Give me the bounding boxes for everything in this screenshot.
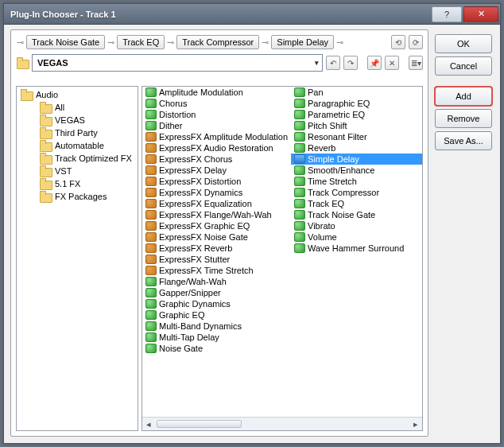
plugin-item[interactable]: Graphic Dynamics — [142, 298, 291, 309]
plugin-item[interactable]: ExpressFX Time Stretch — [142, 265, 291, 276]
plugin-label: Multi-Tap Delay — [159, 332, 219, 342]
plugin-item[interactable]: Wave Hammer Surround — [291, 243, 422, 254]
plugin-item[interactable]: Parametric EQ — [291, 109, 422, 120]
plugin-item[interactable]: Paragraphic EQ — [291, 98, 422, 109]
folder-icon — [39, 178, 52, 189]
plugin-chain: ⊸ Track Noise Gate ⊸ Track EQ ⊸ Track Co… — [16, 35, 388, 49]
tree-item[interactable]: VEGAS — [17, 114, 138, 126]
plugin-column: Amplitude ModulationChorusDistortionDith… — [142, 87, 291, 417]
plugin-icon — [145, 165, 157, 175]
scroll-right-icon[interactable]: ▸ — [409, 419, 422, 430]
plugin-icon — [145, 99, 157, 108]
tree-root[interactable]: Audio — [17, 88, 138, 101]
plugin-item[interactable]: Resonant Filter — [291, 131, 422, 142]
category-tree[interactable]: Audio AllVEGASThird PartyAutomatableTrac… — [16, 86, 138, 431]
plugin-list[interactable]: Amplitude ModulationChorusDistortionDith… — [142, 86, 423, 431]
delete-icon[interactable]: ✕ — [385, 56, 399, 70]
plugin-label: Resonant Filter — [308, 132, 367, 142]
plugin-item[interactable]: ExpressFX Stutter — [142, 254, 291, 265]
plugin-item[interactable]: Reverb — [291, 142, 422, 154]
tree-item[interactable]: Track Optimized FX — [17, 152, 138, 165]
tree-item[interactable]: All — [17, 101, 138, 114]
plugin-item[interactable]: Pan — [291, 87, 422, 98]
category-combo[interactable]: VEGAS — [32, 54, 323, 72]
plugin-item[interactable]: Track Compressor — [291, 187, 422, 198]
help-icon[interactable]: ? — [432, 6, 462, 22]
plugin-item[interactable]: Vibrato — [291, 220, 422, 231]
cancel-button[interactable]: Cancel — [435, 56, 492, 76]
plugin-item[interactable]: Graphic EQ — [142, 309, 291, 321]
plugin-label: ExpressFX Equalization — [159, 199, 252, 208]
browse-folder-icon[interactable] — [16, 57, 29, 68]
plugin-item[interactable]: Chorus — [142, 98, 291, 109]
plugin-icon — [294, 221, 305, 231]
move-right-icon[interactable]: ⟳ — [409, 35, 423, 49]
plugin-item[interactable]: ExpressFX Audio Restoration — [142, 142, 291, 154]
plugin-icon — [294, 165, 305, 175]
plugin-item[interactable]: Track EQ — [291, 198, 422, 209]
add-button[interactable]: Add — [435, 87, 492, 106]
plugin-icon — [294, 110, 305, 119]
close-icon[interactable]: ✕ — [463, 6, 498, 22]
plugin-label: Amplitude Modulation — [159, 87, 243, 97]
scroll-left-icon[interactable]: ◂ — [142, 419, 155, 430]
tree-item[interactable]: FX Packages — [17, 190, 138, 203]
plugin-item[interactable]: Dither — [142, 120, 291, 131]
action-buttons: OK Cancel Add Remove Save As... — [435, 34, 492, 150]
tree-item[interactable]: 5.1 FX — [17, 177, 138, 190]
plugin-item[interactable]: Time Stretch — [291, 176, 422, 187]
plugin-item[interactable]: ExpressFX Dynamics — [142, 187, 291, 198]
plugin-label: ExpressFX Time Stretch — [159, 266, 254, 275]
plugin-item[interactable]: ExpressFX Reverb — [142, 243, 291, 254]
plugin-item[interactable]: ExpressFX Graphic EQ — [142, 220, 291, 231]
plugin-item[interactable]: Volume — [291, 231, 422, 243]
remove-button[interactable]: Remove — [435, 109, 492, 128]
plugin-item[interactable]: Multi-Tap Delay — [142, 332, 291, 343]
chain-item[interactable]: Simple Delay — [271, 35, 334, 49]
plugin-item[interactable]: ExpressFX Delay — [142, 165, 291, 176]
tree-item[interactable]: Automatable — [17, 139, 138, 152]
plugin-item[interactable]: Track Noise Gate — [291, 209, 422, 220]
undo-icon[interactable]: ↶ — [326, 56, 340, 70]
plugin-chooser-window: Plug-In Chooser - Track 1 ? ✕ OK Cancel … — [3, 3, 501, 444]
chain-item[interactable]: Track EQ — [117, 35, 165, 49]
plugin-item[interactable]: ExpressFX Equalization — [142, 198, 291, 209]
chain-item[interactable]: Track Noise Gate — [26, 35, 105, 49]
plugin-icon — [145, 310, 157, 320]
plugin-label: ExpressFX Graphic EQ — [159, 221, 250, 231]
plugin-label: ExpressFX Reverb — [159, 243, 232, 253]
tree-item[interactable]: Third Party — [17, 126, 138, 139]
plugin-label: Paragraphic EQ — [308, 99, 370, 108]
folder-icon — [39, 140, 52, 151]
plugin-item[interactable]: Pitch Shift — [291, 120, 422, 131]
pin-icon[interactable]: 📌 — [367, 56, 382, 70]
plugin-item[interactable]: Smooth/Enhance — [291, 165, 422, 176]
chain-item[interactable]: Track Compressor — [176, 35, 259, 49]
plugin-item[interactable]: Simple Delay — [291, 154, 422, 165]
ok-button[interactable]: OK — [435, 34, 492, 53]
plugin-item[interactable]: Amplitude Modulation — [142, 87, 291, 98]
plugin-label: Wave Hammer Surround — [308, 243, 404, 253]
plugin-item[interactable]: Distortion — [142, 109, 291, 120]
plugin-item[interactable]: Flange/Wah-Wah — [142, 276, 291, 287]
plugin-label: Smooth/Enhance — [308, 165, 374, 175]
plugin-item[interactable]: ExpressFX Flange/Wah-Wah — [142, 209, 291, 220]
plugin-item[interactable]: Gapper/Snipper — [142, 287, 291, 298]
plugin-item[interactable]: ExpressFX Distortion — [142, 176, 291, 187]
scroll-thumb[interactable] — [157, 420, 242, 428]
plugin-icon — [145, 87, 157, 97]
redo-icon[interactable]: ↷ — [343, 56, 358, 70]
plugin-item[interactable]: Noise Gate — [142, 343, 291, 354]
horizontal-scrollbar[interactable]: ◂ ▸ — [142, 417, 422, 430]
plugin-item[interactable]: Multi-Band Dynamics — [142, 321, 291, 332]
plugin-icon — [294, 132, 305, 142]
plugin-item[interactable]: ExpressFX Amplitude Modulation — [142, 131, 291, 142]
save-as-button[interactable]: Save As... — [435, 131, 492, 150]
plugin-icon — [145, 199, 157, 208]
move-left-icon[interactable]: ⟲ — [391, 35, 405, 49]
view-options-icon[interactable]: ≣▾ — [409, 56, 423, 70]
tree-item[interactable]: VST — [17, 165, 138, 177]
plugin-icon — [294, 199, 305, 208]
plugin-item[interactable]: ExpressFX Chorus — [142, 154, 291, 165]
plugin-item[interactable]: ExpressFX Noise Gate — [142, 231, 291, 243]
